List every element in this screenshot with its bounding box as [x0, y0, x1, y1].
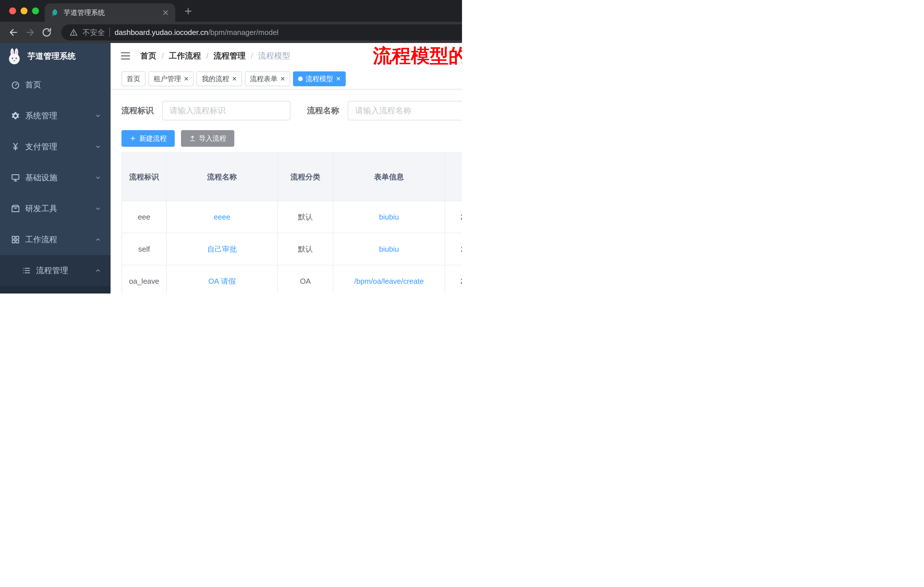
browser-window: 芋道管理系统 不安全 dashboard.yudao.iocoder.cn/bp…	[0, 0, 462, 293]
breadcrumb: 首页/工作流程/流程管理/流程模型	[140, 50, 290, 61]
gear-icon	[11, 111, 20, 121]
tag-close-icon[interactable]: ×	[232, 75, 237, 83]
cell-category: 默认	[278, 201, 333, 233]
tags-bar: 首页租户管理×我的流程×流程表单×流程模型×	[111, 69, 462, 89]
page-tag-1[interactable]: 租户管理×	[148, 71, 194, 86]
search-form: 流程标识 流程名称 流程分类 流程分类	[121, 101, 462, 121]
form-info-link[interactable]: /bpm/oa/leave/create	[354, 277, 424, 286]
cell-form-info: biubiu	[333, 201, 445, 233]
main-panel: 首页/工作流程/流程管理/流程模型 流程模型的列表 首页租户管理×我的流程×流程…	[111, 43, 462, 293]
sidebar-item-process-form[interactable]: 流程表单	[0, 286, 111, 293]
chevron-up-icon	[94, 236, 101, 243]
browser-tabstrip: 芋道管理系统	[0, 0, 462, 22]
chevron-down-icon	[94, 112, 101, 119]
reload-button[interactable]	[41, 27, 52, 38]
process-name-label: 流程名称	[307, 105, 339, 116]
column-header: 流程名称	[167, 153, 278, 201]
app-header: 首页/工作流程/流程管理/流程模型 流程模型的列表	[111, 43, 462, 69]
breadcrumb-item-0[interactable]: 首页	[140, 50, 157, 61]
active-dot	[298, 76, 303, 81]
column-header: 流程标识	[122, 153, 167, 201]
sidebar-item-dev-tools[interactable]: 研发工具	[0, 193, 111, 224]
table-toolbar: 新建流程 导入流程	[121, 130, 462, 147]
plus-icon	[129, 135, 136, 142]
sidebar: 芋道管理系统 首页系统管理支付管理基础设施研发工具工作流程流程管理流程表单用户分…	[0, 43, 111, 293]
sidebar-item-process-management[interactable]: 流程管理	[0, 255, 111, 286]
upload-icon	[189, 135, 196, 142]
tab-close-icon[interactable]	[162, 8, 170, 17]
page-tag-2[interactable]: 我的流程×	[196, 71, 242, 86]
browser-toolbar: 不安全 dashboard.yudao.iocoder.cn/bpm/manag…	[0, 22, 462, 43]
sidebar-logo[interactable]: 芋道管理系统	[0, 43, 111, 69]
monitor-icon	[11, 173, 20, 182]
tab-title: 芋道管理系统	[64, 8, 157, 17]
sidebar-item-workflow[interactable]: 工作流程	[0, 224, 111, 255]
process-name-link[interactable]: 自己审批	[207, 245, 237, 253]
breadcrumb-item-1[interactable]: 工作流程	[169, 50, 201, 61]
cell-form-info: /bpm/oa/leave/create	[333, 265, 445, 293]
import-process-button[interactable]: 导入流程	[181, 130, 234, 147]
back-button[interactable]	[8, 27, 19, 38]
create-process-button[interactable]: 新建流程	[121, 130, 175, 147]
column-header: 表单信息	[333, 153, 445, 201]
window-close-button[interactable]	[9, 7, 16, 14]
page-tag-3[interactable]: 流程表单×	[245, 71, 290, 86]
page-tag-4[interactable]: 流程模型×	[293, 71, 346, 86]
tag-close-icon[interactable]: ×	[184, 75, 188, 83]
favicon-leaf-icon	[50, 8, 59, 17]
window-minimize-button[interactable]	[21, 7, 28, 14]
chevron-up-icon	[94, 267, 101, 274]
process-name-input[interactable]	[348, 101, 462, 121]
cell-process-key: oa_leave	[122, 265, 167, 293]
window-zoom-button[interactable]	[32, 7, 39, 14]
window-controls	[9, 7, 39, 14]
cell-created-time: 2022-01-16 01:30:54	[445, 265, 462, 293]
column-header: 创建时间	[445, 153, 462, 201]
table-row: eeeeeee默认biubiu2022-01-20 13:08:31v17修改流…	[122, 201, 462, 233]
breadcrumb-item-3: 流程模型	[258, 50, 290, 61]
table-row: self自己审批默认biubiu2022-01-16 11:54:30v2修改流…	[122, 233, 462, 265]
forward-button[interactable]	[25, 27, 36, 38]
browser-tab[interactable]: 芋道管理系统	[45, 3, 175, 22]
process-key-label: 流程标识	[121, 105, 153, 116]
tag-close-icon[interactable]: ×	[336, 75, 341, 83]
page-content: 流程标识 流程名称 流程分类 流程分类	[111, 89, 462, 293]
sidebar-item-payment-management[interactable]: 支付管理	[0, 131, 111, 162]
cell-category: 默认	[278, 233, 333, 265]
sidebar-item-system-management[interactable]: 系统管理	[0, 100, 111, 131]
grid-icon	[11, 235, 20, 244]
address-bar[interactable]: 不安全 dashboard.yudao.iocoder.cn/bpm/manag…	[61, 24, 462, 40]
column-header: 流程分类	[278, 153, 333, 201]
cell-created-time: 2022-01-16 11:54:30	[445, 233, 462, 265]
cell-category: OA	[278, 265, 333, 293]
new-tab-button[interactable]	[183, 6, 193, 16]
hamburger-icon[interactable]	[120, 50, 131, 62]
cell-process-key: self	[122, 233, 167, 265]
sidebar-item-home[interactable]: 首页	[0, 69, 111, 100]
breadcrumb-item-2[interactable]: 流程管理	[214, 50, 246, 61]
page-tag-0[interactable]: 首页	[121, 71, 145, 86]
table-body: eeeeeee默认biubiu2022-01-20 13:08:31v17修改流…	[122, 201, 462, 293]
cell-form-info: biubiu	[333, 233, 445, 265]
form-info-link[interactable]: biubiu	[379, 213, 399, 221]
process-name-link[interactable]: eeee	[214, 213, 230, 221]
cell-created-time: 2022-01-20 13:08:31	[445, 201, 462, 233]
cell-process-name: OA 请假	[167, 265, 278, 293]
logo-rabbit-icon	[6, 48, 23, 65]
cell-process-key: eee	[122, 201, 167, 233]
process-name-link[interactable]: OA 请假	[208, 277, 236, 286]
dashboard-icon	[11, 80, 20, 89]
app-title: 芋道管理系统	[28, 51, 76, 62]
tag-close-icon[interactable]: ×	[280, 75, 285, 83]
chevron-down-icon	[94, 174, 101, 181]
security-warning-icon[interactable]	[69, 28, 78, 37]
cell-process-name: eeee	[167, 201, 278, 233]
box-icon	[11, 204, 20, 213]
app-root: 芋道管理系统 首页系统管理支付管理基础设施研发工具工作流程流程管理流程表单用户分…	[0, 43, 462, 293]
table-row: oa_leaveOA 请假OA/bpm/oa/leave/create2022-…	[122, 265, 462, 293]
cell-process-name: 自己审批	[167, 233, 278, 265]
sidebar-menu: 首页系统管理支付管理基础设施研发工具工作流程流程管理流程表单用户分组流程模型任务…	[0, 69, 111, 293]
form-info-link[interactable]: biubiu	[379, 245, 399, 253]
process-key-input[interactable]	[162, 101, 290, 121]
sidebar-item-infrastructure[interactable]: 基础设施	[0, 162, 111, 193]
